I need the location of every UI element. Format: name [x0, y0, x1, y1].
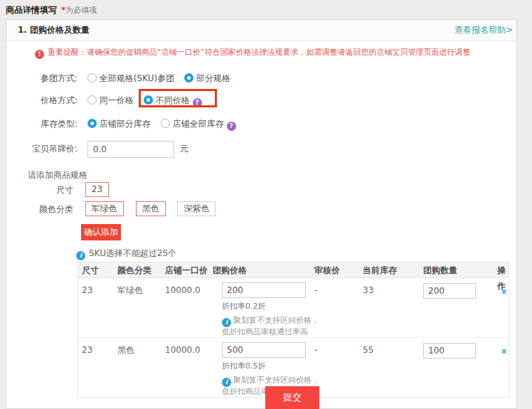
tip-text: 聚划算不支持区间价格， — [233, 376, 319, 385]
stock-type-option-partial[interactable]: 店铺部分库存 — [87, 119, 154, 129]
quantity-input[interactable] — [423, 283, 476, 299]
cell-color: 黑色 — [117, 338, 165, 397]
alert-circle-icon: ! — [35, 50, 44, 59]
tag-price-unit: 元 — [180, 144, 188, 154]
option-label[interactable]: 部分规格 — [196, 73, 230, 83]
cell-shop-price: 10000.0 — [165, 338, 213, 397]
color-label: 颜色分类 — [6, 201, 73, 217]
sku-table: 尺寸 颜色分类 店铺一口价 团购价格 审核价 当前库存 团购数量 操作 23 军… — [78, 262, 509, 398]
page-header: 商品详情填写*为必填项 — [6, 4, 97, 16]
stock-type-row: 库存类型: 店铺部分库存 店铺全部库存? — [6, 117, 236, 131]
radio-unselected-icon[interactable] — [87, 73, 97, 83]
table-header-row: 尺寸 颜色分类 店铺一口价 团购价格 审核价 当前库存 团购数量 操作 — [78, 262, 509, 278]
price-type-option-different[interactable]: 不同价格? — [144, 93, 202, 107]
delete-row-button[interactable]: x — [501, 287, 506, 296]
size-option-23[interactable]: 23 — [85, 182, 109, 197]
option-label[interactable]: 店铺全部库存 — [173, 119, 224, 129]
stock-type-option-all[interactable]: 店铺全部库存? — [161, 119, 236, 129]
submit-button[interactable]: 提交 — [265, 386, 319, 409]
cell-stock: 55 — [363, 338, 423, 397]
tag-price-row: 宝贝吊牌价: 元 — [6, 140, 188, 157]
page-title: 商品详情填写 — [6, 5, 57, 15]
group-price-input[interactable] — [222, 282, 306, 298]
warning-text: 重要提醒：请确保您的促销商品“店铺一口价”符合国家价格法律法规要求，如需调整请返… — [48, 48, 470, 57]
price-type-option-same[interactable]: 同一价格 — [87, 95, 137, 105]
join-type-label: 参团方式: — [6, 71, 78, 85]
tip-text: 聚划算不支持区间价格， — [233, 316, 319, 325]
join-type-option-partial[interactable]: 部分规格 — [184, 73, 230, 83]
main-panel: 1. 团购价格及数量 查看报名帮助> !重要提醒：请确保您的促销商品“店铺一口价… — [6, 19, 517, 409]
cell-size: 23 — [82, 338, 117, 397]
radio-selected-icon[interactable] — [184, 73, 193, 83]
color-option-black[interactable]: 黑色 — [136, 201, 166, 216]
signup-help-link[interactable]: 查看报名帮助> — [454, 20, 513, 41]
required-note: 为必填项 — [65, 6, 97, 15]
sku-note-text: SKU选择不能超过25个 — [89, 248, 176, 258]
option-label[interactable]: 店铺部分库存 — [100, 119, 151, 129]
cell-group-price: 折扣率0.2折 i聚划算不支持区间价格， 低折扣商品审核通过率高 — [213, 278, 314, 337]
price-tip: i聚划算不支持区间价格， — [222, 376, 314, 387]
radio-selected-icon[interactable] — [144, 95, 153, 105]
info-circle-icon: i — [76, 251, 85, 260]
confirm-add-button[interactable]: 确认添加 — [81, 224, 121, 240]
cell-quantity — [423, 278, 497, 337]
spec-hint: 请添加商品规格 — [28, 169, 87, 181]
price-law-warning: !重要提醒：请确保您的促销商品“店铺一口价”符合国家价格法律法规要求，如需调整请… — [35, 47, 470, 59]
discount-note: 折扣率0.2折 — [222, 301, 314, 312]
price-tip-line2: 低折扣商品审核通过率高 — [222, 327, 314, 337]
cell-size: 23 — [82, 278, 117, 337]
cell-stock: 33 — [363, 278, 423, 337]
join-type-option-all[interactable]: 全部规格(SKU)参团 — [87, 73, 177, 83]
tag-price-input[interactable] — [87, 141, 174, 158]
sku-limit-note: iSKU选择不能超过25个 — [76, 248, 176, 260]
section-title: 1. 团购价格及数量 — [18, 20, 90, 41]
cell-audit-price: - — [314, 278, 363, 337]
price-type-label: 价格方式: — [6, 93, 78, 107]
radio-selected-icon[interactable] — [87, 119, 97, 128]
cell-color: 军绿色 — [117, 278, 165, 337]
cell-quantity — [423, 338, 497, 397]
cell-action: x — [497, 338, 509, 397]
option-label[interactable]: 不同价格 — [156, 95, 190, 105]
cell-audit-price: - — [314, 338, 363, 397]
question-circle-icon[interactable]: ? — [193, 98, 202, 107]
stock-type-label: 库存类型: — [6, 117, 78, 131]
cell-action: x — [497, 278, 509, 337]
radio-unselected-icon[interactable] — [87, 95, 97, 105]
color-spec-row: 颜色分类 军绿色 黑色 深紫色 — [6, 201, 216, 217]
question-circle-icon[interactable]: ? — [227, 122, 236, 131]
section-header: 1. 团购价格及数量 查看报名帮助> — [6, 20, 516, 41]
option-label[interactable]: 全部规格(SKU)参团 — [100, 73, 174, 83]
quantity-input[interactable] — [423, 343, 476, 358]
delete-row-button[interactable]: x — [501, 346, 506, 356]
color-option-dark-purple[interactable]: 深紫色 — [177, 201, 216, 216]
info-circle-icon: i — [222, 318, 231, 327]
price-type-row: 价格方式: 同一价格 不同价格? — [6, 93, 202, 107]
table-row: 23 军绿色 10000.0 折扣率0.2折 i聚划算不支持区间价格， 低折扣商… — [78, 278, 509, 338]
info-circle-icon: i — [222, 378, 231, 387]
price-tip: i聚划算不支持区间价格， — [222, 316, 314, 327]
tag-price-label: 宝贝吊牌价: — [6, 140, 78, 157]
join-type-row: 参团方式: 全部规格(SKU)参团 部分规格 — [6, 71, 230, 85]
color-option-army-green[interactable]: 军绿色 — [85, 201, 124, 216]
radio-unselected-icon[interactable] — [161, 119, 170, 128]
size-label: 尺寸 — [6, 182, 73, 198]
discount-note: 折扣率0.5折 — [222, 361, 314, 371]
cell-shop-price: 10000.0 — [165, 278, 213, 337]
group-price-input[interactable] — [222, 342, 306, 358]
size-spec-row: 尺寸 23 — [6, 182, 109, 198]
option-label[interactable]: 同一价格 — [100, 95, 134, 105]
